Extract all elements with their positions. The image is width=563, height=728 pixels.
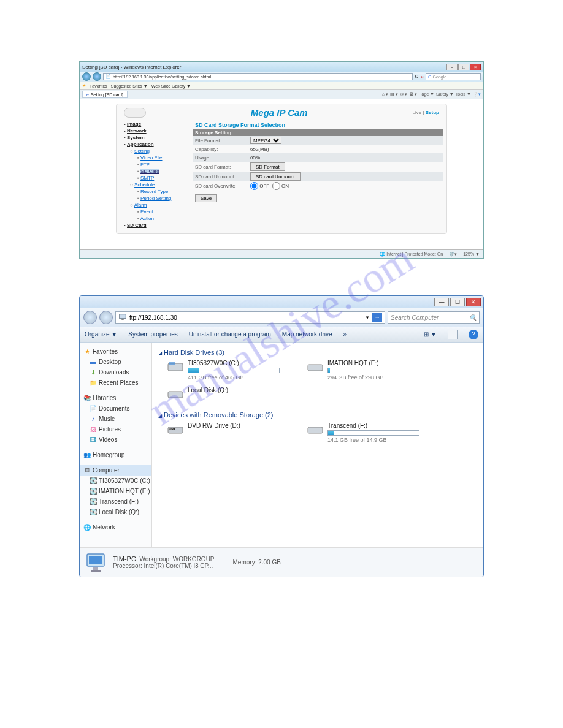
side-drive-q[interactable]: 💽Local Disk (Q:) (80, 507, 151, 517)
overwrite-on-radio[interactable] (272, 182, 280, 190)
more-toolbar-button[interactable]: » (343, 331, 347, 338)
side-drive-c[interactable]: 💽TI305327W0C (C:) (80, 476, 151, 486)
uninstall-button[interactable]: Uninstall or change a program (189, 331, 271, 338)
hdd-icon (167, 387, 184, 400)
setup-link[interactable]: Setup (426, 110, 439, 115)
page-menu[interactable]: Page ▼ (419, 92, 434, 97)
videos-icon: 🎞 (90, 436, 97, 443)
svg-rect-1 (121, 319, 124, 320)
organize-menu[interactable]: Organize ▼ (85, 331, 117, 338)
tab-ie-icon: e (86, 93, 89, 97)
drive-item[interactable]: IMATION HQT (E:) 294 GB free of 298 GB (307, 360, 435, 381)
favlink-suggested[interactable]: Suggested Sites ▼ (111, 84, 148, 88)
home-icon[interactable]: ⌂ ▾ (382, 92, 388, 97)
nav-ftp[interactable]: FTP (140, 162, 150, 167)
nav-sdcard[interactable]: SD Card (140, 169, 159, 174)
stop-icon[interactable]: × (421, 74, 424, 80)
nav-action[interactable]: Action (140, 216, 154, 221)
exp-forward-button[interactable] (99, 311, 113, 324)
side-desktop[interactable]: ▬Desktop (80, 357, 151, 367)
side-homegroup[interactable]: 👥Homegroup (80, 450, 151, 460)
removable-section-header[interactable]: ◢Devices with Removable Storage (2) (158, 409, 477, 422)
side-pictures[interactable]: 🖼Pictures (80, 424, 151, 434)
favorites-star-icon[interactable]: ★ (82, 83, 86, 88)
nav-videofile[interactable]: Video File (140, 155, 162, 161)
exp-close-button[interactable]: ✕ (466, 298, 481, 306)
nav-smtp[interactable]: SMTP (140, 175, 154, 181)
browser-tab[interactable]: e Setting [SD card] (82, 91, 128, 98)
ie-page-content: Mega IP Cam Live | Setup Image Network S… (80, 99, 483, 249)
side-downloads[interactable]: ⬇Downloads (80, 367, 151, 377)
side-libraries[interactable]: 📚Libraries (80, 393, 151, 403)
exp-search-box[interactable]: Search Computer 🔍 (388, 311, 480, 324)
mail-icon[interactable]: ✉ ▾ (400, 92, 407, 97)
sysprops-button[interactable]: System properties (128, 331, 178, 338)
drive-item[interactable]: Transcend (F:) 14.1 GB free of 14.9 GB (307, 422, 435, 443)
side-favorites[interactable]: ★Favorites (80, 346, 151, 357)
nav-setting[interactable]: Setting (134, 148, 150, 154)
back-button[interactable] (82, 72, 91, 81)
mapdrive-button[interactable]: Map network drive (282, 331, 332, 338)
exp-back-button[interactable] (83, 311, 97, 324)
nav-image[interactable]: Image (127, 121, 141, 127)
nav-periodsetting[interactable]: Period Setting (140, 195, 171, 201)
address-dropdown-icon[interactable]: ▼ (365, 315, 370, 320)
side-documents[interactable]: 📄Documents (80, 403, 151, 414)
nav-system[interactable]: System (127, 135, 144, 140)
overwrite-off-radio[interactable] (250, 182, 258, 190)
zoom-level[interactable]: 125% ▼ (463, 252, 480, 256)
minimize-button[interactable]: – (446, 64, 458, 70)
feeds-icon[interactable]: ▤ ▾ (390, 92, 398, 97)
drive-item[interactable]: DVD DVD RW Drive (D:) (167, 422, 296, 443)
exp-address-bar[interactable]: ftp://192.168.1.30 ▼ → (115, 311, 385, 324)
tools-menu[interactable]: Tools ▼ (456, 92, 471, 97)
hdd-section-header[interactable]: ◢Hard Disk Drives (3) (158, 346, 477, 360)
fileformat-select[interactable]: MPEG4 (250, 137, 282, 144)
nav-recordtype[interactable]: Record Type (140, 189, 168, 194)
ipcam-main: SD Card Storage Format Selection Storage… (193, 121, 443, 229)
live-link[interactable]: Live (413, 110, 422, 115)
view-options-icon[interactable]: ⊞ ▼ (424, 331, 437, 338)
nav-network[interactable]: Network (127, 128, 147, 134)
nav-alarm[interactable]: Alarm (134, 202, 147, 208)
nav-event[interactable]: Event (140, 209, 153, 214)
forward-button[interactable] (93, 72, 101, 81)
nav-schedule[interactable]: Schedule (134, 182, 155, 188)
favlink-webslice[interactable]: Web Slice Gallery ▼ (151, 84, 191, 88)
row-sdunmount: SD card Unmount: SD card Unmount (193, 172, 443, 181)
address-bar[interactable]: 📄 http://192.168.1.30/application/settin… (103, 73, 413, 80)
network-icon: 🌐 (83, 524, 91, 531)
help-icon[interactable]: ❔▾ (473, 92, 481, 97)
details-memory-label: Memory: (233, 559, 257, 566)
nav-sdcard-main[interactable]: SD Card (127, 222, 147, 228)
sdformat-button[interactable]: SD Format (250, 162, 285, 171)
nav-application[interactable]: Application (127, 142, 154, 147)
side-videos[interactable]: 🎞Videos (80, 434, 151, 445)
overwrite-off-label: OFF (259, 183, 269, 189)
side-network[interactable]: 🌐Network (80, 522, 151, 533)
go-button[interactable]: → (372, 313, 382, 322)
exp-minimize-button[interactable]: — (434, 298, 449, 306)
exp-maximize-button[interactable]: ☐ (450, 298, 465, 306)
side-music[interactable]: ♪Music (80, 414, 151, 424)
drive-item[interactable]: Local Disk (Q:) (167, 387, 296, 400)
preview-pane-icon[interactable] (448, 330, 458, 339)
refresh-icon[interactable]: ↻ (415, 74, 419, 80)
print-icon[interactable]: 🖶 ▾ (409, 92, 417, 97)
drive-item[interactable]: TI305327W0C (C:) 411 GB free of 465 GB (167, 360, 296, 381)
safety-menu[interactable]: Safety ▼ (436, 92, 454, 97)
explorer-titlebar: — ☐ ✕ (80, 296, 483, 308)
close-button[interactable]: × (470, 64, 481, 70)
search-box[interactable]: G Google (426, 73, 481, 80)
details-processor: Intel(R) Core(TM) i3 CP... (144, 563, 213, 569)
explorer-toolbar: Organize ▼ System properties Uninstall o… (80, 327, 483, 343)
sdunmount-button[interactable]: SD card Unmount (250, 172, 301, 181)
side-recent[interactable]: 📁Recent Places (80, 377, 151, 388)
side-computer[interactable]: 🖥Computer (80, 465, 151, 476)
maximize-button[interactable]: □ (458, 64, 469, 70)
side-drive-e[interactable]: 💽IMATION HQT (E:) (80, 486, 151, 496)
protected-mode-icon: 🛡️▾ (449, 252, 457, 257)
save-button[interactable]: Save (195, 194, 217, 202)
help-icon[interactable]: ? (469, 330, 478, 339)
side-drive-f[interactable]: 💽Transcend (F:) (80, 496, 151, 507)
